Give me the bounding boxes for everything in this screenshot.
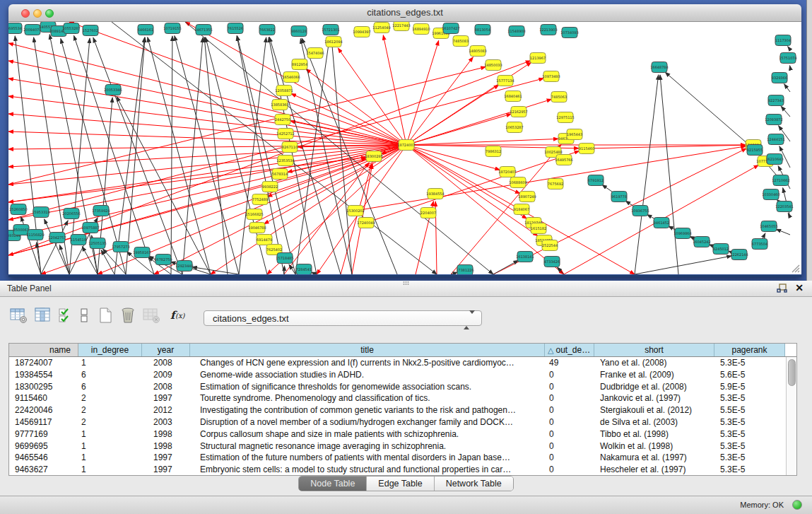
graph-node[interactable]: 10936755 bbox=[631, 206, 649, 216]
column-header-year[interactable]: year bbox=[142, 344, 190, 356]
graph-edge[interactable] bbox=[660, 75, 678, 274]
graph-node[interactable]: 1213967 bbox=[530, 53, 546, 64]
network-canvas[interactable]: 1872400710994397112540491221744316894910… bbox=[8, 22, 800, 274]
graph-node[interactable]: 12058871 bbox=[275, 86, 293, 96]
graph-edge[interactable] bbox=[635, 75, 659, 274]
graph-node[interactable]: 16210643 bbox=[765, 154, 783, 165]
graph-node[interactable]: 10969864 bbox=[673, 228, 691, 239]
splitter-handle[interactable] bbox=[403, 281, 409, 285]
graph-edge[interactable] bbox=[284, 266, 285, 274]
scrollbar-thumb[interactable] bbox=[788, 359, 796, 386]
new-column-icon[interactable] bbox=[98, 307, 114, 324]
float-panel-icon[interactable] bbox=[777, 284, 788, 293]
graph-edge[interactable] bbox=[406, 145, 538, 236]
graph-node[interactable]: 7485083 bbox=[453, 36, 469, 47]
graph-node[interactable]: 18300295 bbox=[365, 151, 382, 162]
graph-node[interactable]: 2442750 bbox=[275, 115, 290, 125]
graph-edge[interactable] bbox=[45, 219, 69, 274]
tab-node-table[interactable]: Node Table bbox=[299, 477, 367, 491]
graph-node[interactable]: 7663822 bbox=[259, 25, 275, 35]
graph-edge[interactable] bbox=[148, 37, 211, 274]
graph-edge[interactable] bbox=[93, 37, 182, 274]
column-header-title[interactable]: title bbox=[190, 344, 545, 356]
graph-node[interactable]: 9461452 bbox=[654, 218, 669, 228]
graph-node[interactable]: 11548908 bbox=[507, 26, 525, 37]
graph-node[interactable]: 19384554 bbox=[426, 189, 444, 199]
table-vertical-scrollbar[interactable] bbox=[786, 357, 796, 475]
graph-node[interactable]: 1527602 bbox=[83, 25, 98, 36]
graph-node[interactable]: 9245012 bbox=[713, 244, 729, 255]
graph-node[interactable]: 16546066 bbox=[282, 72, 300, 83]
graph-edge[interactable] bbox=[295, 37, 329, 274]
table-selector-dropdown[interactable]: citations_edges.txt bbox=[204, 310, 482, 326]
graph-node[interactable]: 16495766 bbox=[555, 155, 572, 165]
graph-node[interactable]: 17957273 bbox=[112, 242, 129, 252]
graph-edge[interactable] bbox=[451, 144, 561, 274]
graph-edge[interactable] bbox=[558, 267, 564, 274]
table-row[interactable]: 969969511998Structural magnetic resonanc… bbox=[9, 440, 796, 452]
graph-node[interactable]: 9115460 bbox=[579, 144, 594, 154]
graph-node[interactable]: 12162957 bbox=[510, 107, 527, 117]
table-row[interactable]: 1830029562008Estimation of significance … bbox=[9, 381, 796, 393]
graph-node[interactable]: 11254049 bbox=[372, 23, 390, 33]
graph-edge[interactable] bbox=[784, 84, 790, 92]
graph-node[interactable]: 12505135 bbox=[88, 238, 106, 249]
graph-node[interactable]: 1695534 bbox=[8, 23, 22, 34]
graph-edge[interactable] bbox=[788, 47, 790, 49]
graph-node[interactable]: 25260850 bbox=[9, 204, 27, 215]
graph-node[interactable]: 12444151 bbox=[767, 134, 784, 145]
graph-node[interactable]: 9184067 bbox=[514, 204, 529, 215]
tab-network-table[interactable]: Network Table bbox=[435, 477, 513, 491]
graph-node[interactable]: 6466161 bbox=[138, 25, 153, 35]
graph-edge[interactable] bbox=[8, 145, 406, 202]
graph-edge[interactable] bbox=[185, 22, 493, 274]
graph-node[interactable]: 10734093 bbox=[560, 28, 578, 38]
graph-node[interactable]: 10973493 bbox=[542, 71, 560, 82]
graph-node[interactable]: 15474046 bbox=[306, 48, 324, 59]
graph-node[interactable]: 12975115 bbox=[556, 112, 574, 123]
graph-node[interactable]: 14805083 bbox=[469, 46, 486, 57]
graph-node[interactable]: 15751074 bbox=[779, 53, 796, 64]
delete-table-icon[interactable] bbox=[143, 307, 161, 324]
graph-node[interactable]: 12093872 bbox=[765, 115, 782, 125]
graph-node[interactable]: 15718485 bbox=[276, 253, 293, 264]
graph-node[interactable]: 12042757 bbox=[48, 233, 66, 243]
graph-node[interactable]: 10653287 bbox=[505, 122, 523, 133]
graph-node[interactable]: 12710662 bbox=[772, 175, 789, 186]
graph-node[interactable]: 7284541 bbox=[296, 264, 312, 275]
graph-edge[interactable] bbox=[101, 250, 114, 274]
table-row[interactable]: 1872400712008Changes of HCN gene express… bbox=[9, 357, 796, 369]
table-settings-icon[interactable] bbox=[10, 307, 28, 324]
graph-node[interactable]: 1154519 bbox=[71, 235, 86, 245]
column-header-name[interactable]: name bbox=[9, 344, 78, 356]
graph-edge[interactable] bbox=[665, 72, 755, 150]
graph-node[interactable]: 16648784 bbox=[650, 62, 668, 73]
graph-node[interactable]: 15721301 bbox=[322, 25, 339, 35]
graph-edge[interactable] bbox=[171, 36, 172, 274]
graph-node[interactable]: 15777134 bbox=[496, 76, 514, 86]
graph-node[interactable]: 10688609 bbox=[509, 177, 526, 188]
graph-node[interactable]: 10330460 bbox=[762, 189, 779, 200]
graph-node[interactable]: 15300202 bbox=[346, 206, 364, 216]
graph-node[interactable]: 5678314 bbox=[272, 169, 288, 180]
graph-node[interactable]: 2522544 bbox=[542, 240, 558, 251]
graph-node[interactable]: 14671355 bbox=[194, 25, 212, 35]
column-visibility-icon[interactable] bbox=[35, 307, 52, 324]
graph-edge[interactable] bbox=[406, 99, 552, 145]
graph-node[interactable]: 16894910 bbox=[412, 24, 430, 35]
graph-edge[interactable] bbox=[406, 139, 558, 145]
graph-edge[interactable] bbox=[182, 37, 203, 274]
graph-node[interactable]: 9860128 bbox=[291, 26, 307, 37]
graph-node[interactable]: 20053346 bbox=[104, 85, 122, 95]
graph-node[interactable]: 20206556 bbox=[62, 209, 80, 219]
graph-node[interactable]: 14850033 bbox=[484, 60, 502, 71]
graph-node[interactable]: 9215955 bbox=[747, 145, 763, 156]
graph-node[interactable]: 9227343 bbox=[768, 95, 784, 106]
graph-node[interactable]: 10719155 bbox=[163, 23, 181, 34]
graph-node[interactable]: 18720407 bbox=[498, 167, 516, 177]
graph-node[interactable]: 7675692 bbox=[548, 179, 563, 189]
graph-node[interactable]: 19046788 bbox=[248, 223, 266, 233]
column-header-pagerank[interactable]: pagerank bbox=[714, 344, 785, 356]
graph-node[interactable]: 1965443 bbox=[567, 129, 582, 140]
graph-edge[interactable] bbox=[790, 66, 791, 67]
